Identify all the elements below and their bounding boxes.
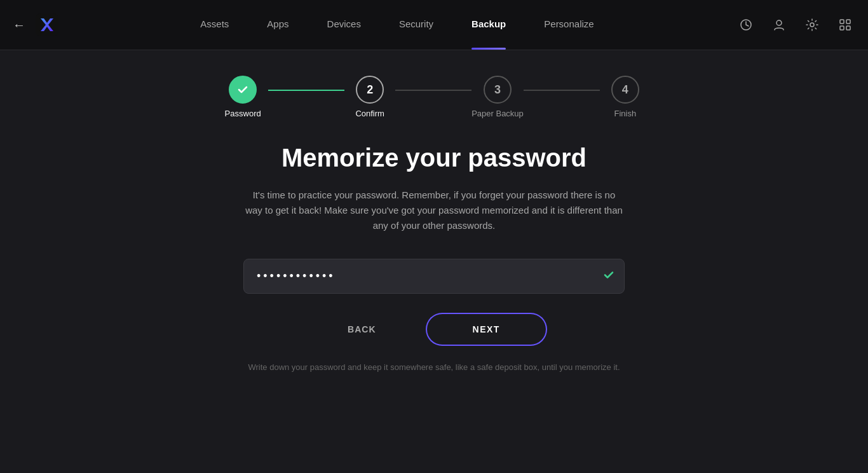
nav-apps[interactable]: Apps <box>267 18 288 32</box>
svg-rect-5 <box>846 20 850 24</box>
password-input[interactable] <box>243 259 625 294</box>
step-1: Password <box>217 76 268 118</box>
nav-assets[interactable]: Assets <box>200 18 229 32</box>
step-connector-1 <box>268 90 344 91</box>
history-icon <box>740 18 752 31</box>
input-valid-icon <box>603 269 614 284</box>
settings-button[interactable] <box>802 15 822 35</box>
check-icon <box>236 83 249 96</box>
step-1-circle <box>229 76 257 104</box>
nav-backup[interactable]: Backup <box>471 18 506 32</box>
svg-point-2 <box>776 20 782 25</box>
nav-security[interactable]: Security <box>399 18 433 32</box>
step-2: 2 Confirm <box>344 76 395 118</box>
step-connector-3 <box>524 90 600 91</box>
step-4: 4 Finish <box>600 76 651 118</box>
nav-personalize[interactable]: Personalize <box>544 18 593 32</box>
grid-icon <box>839 18 851 31</box>
grid-button[interactable] <box>835 15 855 35</box>
back-button-text[interactable]: BACK <box>322 314 401 345</box>
step-2-circle: 2 <box>356 76 384 104</box>
gear-icon <box>806 18 818 31</box>
logo-icon <box>36 13 58 36</box>
step-1-label: Password <box>217 109 268 118</box>
history-button[interactable] <box>736 15 756 35</box>
profile-button[interactable] <box>769 15 789 35</box>
page-description: It's time to practice your password. Rem… <box>243 188 625 233</box>
back-button[interactable]: ← <box>13 18 25 32</box>
step-4-circle: 4 <box>611 76 639 104</box>
step-4-label: Finish <box>600 109 651 118</box>
hint-text: Write down your password and keep it som… <box>248 362 620 372</box>
step-3-label: Paper Backup <box>471 109 524 118</box>
svg-point-3 <box>810 23 814 27</box>
step-2-label: Confirm <box>344 109 395 118</box>
password-field-wrapper <box>243 259 625 294</box>
svg-rect-4 <box>840 20 844 24</box>
top-navigation: ← Assets Apps Devices Security Backup Pe… <box>0 0 868 50</box>
profile-icon <box>773 18 785 31</box>
step-3-circle: 3 <box>484 76 512 104</box>
svg-rect-6 <box>840 26 844 30</box>
main-content: Password 2 Confirm 3 Paper Backup 4 Fini… <box>0 50 868 397</box>
svg-rect-7 <box>846 26 850 30</box>
page-title: Memorize your password <box>281 144 587 172</box>
next-button[interactable]: NEXT <box>427 314 546 345</box>
nav-right-icons <box>736 15 855 35</box>
nav-center: Assets Apps Devices Security Backup Pers… <box>58 18 736 32</box>
step-connector-2 <box>395 90 471 91</box>
nav-devices[interactable]: Devices <box>327 18 361 32</box>
button-row: BACK NEXT <box>322 314 546 345</box>
step-3: 3 Paper Backup <box>471 76 524 118</box>
stepper: Password 2 Confirm 3 Paper Backup 4 Fini… <box>217 76 651 118</box>
